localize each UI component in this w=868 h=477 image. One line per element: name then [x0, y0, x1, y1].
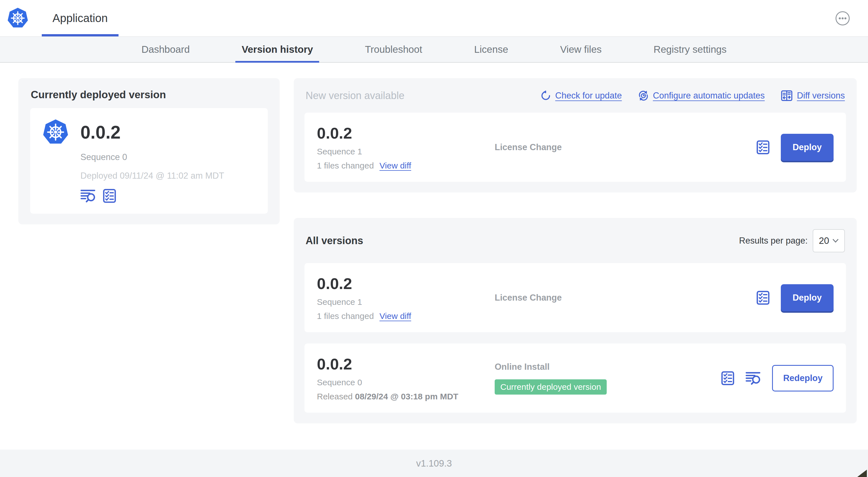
files-changed-text: 1 files changed: [317, 311, 374, 321]
overflow-menu-button[interactable]: [835, 11, 850, 26]
version-number: 0.0.2: [317, 274, 495, 293]
chevron-down-icon: [832, 239, 839, 243]
currently-deployed-card: Currently deployed version: [18, 78, 280, 225]
app-title: Application: [53, 12, 108, 25]
new-version-title: New version available: [306, 90, 404, 101]
deployed-timestamp: Deployed 09/11/24 @ 11:02 am MDT: [81, 171, 256, 181]
app-version-logo-icon: [42, 119, 69, 146]
diff-versions-link[interactable]: Diff versions: [780, 89, 845, 102]
tab-version-history[interactable]: Version history: [235, 37, 319, 62]
version-history-column: New version available Check for update: [294, 78, 857, 423]
redeploy-button[interactable]: Redeploy: [772, 365, 834, 391]
tab-registry-settings[interactable]: Registry settings: [647, 37, 733, 62]
version-number: 0.0.2: [317, 124, 495, 142]
subnav-tabs: Dashboard Version history Troubleshoot L…: [0, 37, 868, 63]
results-per-page-value: 20: [819, 235, 829, 246]
new-version-row: 0.0.2 Sequence 1 1 files changed View di…: [305, 113, 846, 182]
files-changed-text: 1 files changed: [317, 161, 374, 171]
logs-icon[interactable]: [81, 189, 96, 203]
results-per-page-label: Results per page:: [739, 236, 808, 246]
all-versions-title: All versions: [306, 235, 363, 247]
refresh-icon: [540, 90, 551, 101]
console-version-text: v1.109.3: [416, 458, 452, 469]
ellipsis-icon: [835, 11, 850, 26]
tab-dashboard[interactable]: Dashboard: [135, 37, 196, 62]
tab-license[interactable]: License: [468, 37, 515, 62]
all-versions-panel: All versions Results per page: 20 0.0.2 …: [294, 218, 857, 423]
configure-automatic-updates-link[interactable]: Configure automatic updates: [638, 90, 765, 101]
deployed-sequence: Sequence 0: [81, 152, 256, 162]
version-row: 0.0.2 Sequence 1 1 files changed View di…: [305, 263, 846, 332]
app-nav-item-application[interactable]: Application: [42, 0, 119, 36]
new-version-panel: New version available Check for update: [294, 78, 857, 192]
deployed-card-title: Currently deployed version: [31, 89, 268, 101]
version-source: License Change: [495, 293, 756, 303]
auto-update-clock-icon: [638, 90, 649, 101]
tab-troubleshoot[interactable]: Troubleshoot: [359, 37, 428, 62]
preflight-checks-icon[interactable]: [756, 140, 770, 154]
diff-icon: [780, 89, 793, 102]
preflight-checks-icon[interactable]: [103, 189, 116, 203]
app-header: Application: [0, 0, 868, 37]
version-sequence: Sequence 0: [317, 378, 495, 387]
version-number: 0.0.2: [317, 355, 495, 373]
version-sequence: Sequence 1: [317, 297, 495, 307]
preflight-checks-icon[interactable]: [721, 371, 734, 385]
version-released-timestamp: Released 08/29/24 @ 03:18 pm MDT: [317, 392, 495, 401]
version-sequence: Sequence 1: [317, 147, 495, 156]
deploy-button[interactable]: Deploy: [781, 284, 834, 311]
mouse-cursor: [857, 470, 867, 477]
deployed-version-card: 0.0.2 Sequence 0 Deployed 09/11/24 @ 11:…: [30, 108, 268, 214]
view-diff-link[interactable]: View diff: [379, 311, 411, 321]
version-row: 0.0.2 Sequence 0 Released 08/29/24 @ 03:…: [305, 344, 846, 413]
currently-deployed-badge: Currently deployed version: [495, 379, 607, 395]
results-per-page-select[interactable]: 20: [813, 229, 845, 252]
deploy-button[interactable]: Deploy: [781, 134, 834, 161]
kubernetes-logo-icon: [7, 7, 29, 29]
view-diff-link[interactable]: View diff: [379, 161, 411, 171]
deployed-version-number: 0.0.2: [81, 122, 121, 143]
preflight-checks-icon[interactable]: [756, 291, 770, 305]
version-source: Online Install: [495, 362, 721, 372]
footer: v1.109.3: [0, 450, 868, 477]
tab-view-files[interactable]: View files: [554, 37, 608, 62]
version-source: License Change: [495, 142, 756, 152]
main-content: Currently deployed version: [0, 63, 868, 443]
logs-icon[interactable]: [746, 371, 761, 385]
check-for-update-link[interactable]: Check for update: [540, 90, 622, 101]
